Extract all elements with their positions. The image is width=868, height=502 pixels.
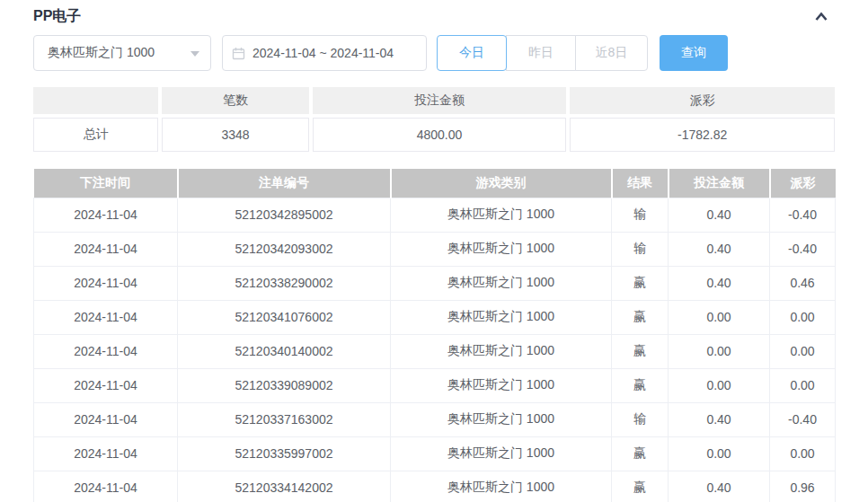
game-type-cell: 奥林匹斯之门 1000 [391, 436, 612, 471]
table-row: 2024-11-04 52120340140002 奥林匹斯之门 1000 赢 … [34, 334, 836, 368]
bet-id-cell: 52120341076002 [178, 300, 391, 334]
result-cell: 赢 [612, 334, 669, 368]
summary-total-row: 总计 3348 4800.00 -1782.82 [33, 118, 835, 152]
result-cell: 赢 [612, 436, 669, 471]
bet-time-cell: 2024-11-04 [34, 232, 178, 266]
detail-header-row: 下注时间 注单编号 游戏类别 结果 投注金额 派彩 [34, 169, 836, 198]
table-row: 2024-11-04 52120341076002 奥林匹斯之门 1000 赢 … [34, 300, 836, 334]
summary-total-label: 总计 [33, 118, 158, 152]
collapse-button[interactable] [812, 9, 830, 23]
game-type-cell: 奥林匹斯之门 1000 [391, 232, 612, 266]
bet-amount-cell: 0.40 [669, 232, 770, 266]
bet-id-cell: 52120334142002 [178, 471, 391, 502]
header-bet-id: 注单编号 [178, 169, 391, 198]
quick-filter-group: 今日 昨日 近8日 [437, 35, 648, 71]
table-row: 2024-11-04 52120334142002 奥林匹斯之门 1000 赢 … [34, 471, 836, 502]
result-cell: 赢 [612, 266, 669, 300]
calendar-icon [232, 47, 245, 60]
result-cell: 赢 [612, 471, 669, 502]
bet-amount-cell: 0.40 [669, 198, 770, 232]
summary-count-value: 3348 [162, 118, 308, 152]
today-button[interactable]: 今日 [437, 35, 507, 71]
caret-down-icon [190, 51, 199, 61]
game-type-cell: 奥林匹斯之门 1000 [391, 471, 612, 502]
result-cell: 赢 [612, 300, 669, 334]
bet-time-cell: 2024-11-04 [34, 368, 178, 402]
search-button[interactable]: 查询 [660, 35, 728, 71]
summary-bet-amount-value: 4800.00 [313, 118, 567, 152]
result-cell: 输 [612, 402, 669, 436]
game-type-cell: 奥林匹斯之门 1000 [391, 368, 612, 402]
bet-time-cell: 2024-11-04 [34, 300, 178, 334]
bet-amount-cell: 0.40 [669, 266, 770, 300]
payout-cell: -0.40 [770, 198, 836, 232]
result-cell: 输 [612, 198, 669, 232]
game-type-cell: 奥林匹斯之门 1000 [391, 198, 612, 232]
header-bet-time: 下注时间 [34, 169, 178, 198]
yesterday-button[interactable]: 昨日 [506, 35, 576, 71]
summary-payout-value: -1782.82 [570, 118, 835, 152]
bet-id-cell: 52120337163002 [178, 402, 391, 436]
bet-amount-cell: 0.00 [669, 300, 770, 334]
table-row: 2024-11-04 52120338290002 奥林匹斯之门 1000 赢 … [34, 266, 836, 300]
payout-cell: 0.00 [770, 300, 836, 334]
summary-header-row: 笔数 投注金额 派彩 [33, 87, 835, 114]
bet-id-cell: 52120342895002 [178, 198, 391, 232]
bet-id-cell: 52120339089002 [178, 368, 391, 402]
header-result: 结果 [612, 169, 669, 198]
bet-time-cell: 2024-11-04 [34, 471, 178, 502]
bet-amount-cell: 0.40 [669, 471, 770, 502]
header-game-type: 游戏类别 [391, 169, 612, 198]
bet-time-cell: 2024-11-04 [34, 266, 178, 300]
game-type-cell: 奥林匹斯之门 1000 [391, 266, 612, 300]
header-bet-amount: 投注金额 [669, 169, 770, 198]
bet-amount-cell: 0.00 [669, 368, 770, 402]
game-type-cell: 奥林匹斯之门 1000 [391, 402, 612, 436]
date-range-input[interactable]: 2024-11-04 ~ 2024-11-04 [222, 35, 427, 71]
payout-cell: 0.00 [770, 368, 836, 402]
game-select[interactable]: 奥林匹斯之门 1000 [33, 35, 211, 71]
last8days-button[interactable]: 近8日 [575, 35, 648, 71]
table-row: 2024-11-04 52120339089002 奥林匹斯之门 1000 赢 … [34, 368, 836, 402]
payout-cell: -0.40 [770, 402, 836, 436]
bet-time-cell: 2024-11-04 [34, 334, 178, 368]
payout-cell: 0.96 [770, 471, 836, 502]
bet-amount-cell: 0.40 [669, 402, 770, 436]
bet-id-cell: 52120338290002 [178, 266, 391, 300]
game-type-cell: 奥林匹斯之门 1000 [391, 334, 612, 368]
bet-time-cell: 2024-11-04 [34, 402, 178, 436]
summary-header-blank [33, 87, 158, 114]
game-type-cell: 奥林匹斯之门 1000 [391, 300, 612, 334]
table-row: 2024-11-04 52120335997002 奥林匹斯之门 1000 赢 … [34, 436, 836, 471]
summary-header-count: 笔数 [162, 87, 308, 114]
bet-id-cell: 52120335997002 [178, 436, 391, 471]
header-payout: 派彩 [770, 169, 836, 198]
table-row: 2024-11-04 52120342093002 奥林匹斯之门 1000 输 … [34, 232, 836, 266]
bet-id-cell: 52120340140002 [178, 334, 391, 368]
bet-time-cell: 2024-11-04 [34, 198, 178, 232]
summary-table: 笔数 投注金额 派彩 总计 3348 4800.00 -1782.82 [30, 84, 838, 155]
chevron-up-icon [812, 13, 830, 26]
bet-id-cell: 52120342093002 [178, 232, 391, 266]
filter-controls: 奥林匹斯之门 1000 2024-11-04 ~ 2024-11-04 今日 昨… [33, 35, 835, 71]
bet-time-cell: 2024-11-04 [34, 436, 178, 471]
summary-header-payout: 派彩 [570, 87, 835, 114]
bet-records-table: 下注时间 注单编号 游戏类别 结果 投注金额 派彩 2024-11-04 521… [33, 169, 836, 502]
game-select-value: 奥林匹斯之门 1000 [48, 45, 155, 61]
result-cell: 输 [612, 232, 669, 266]
summary-header-bet-amount: 投注金额 [313, 87, 567, 114]
panel-title: PP电子 [33, 7, 81, 26]
table-row: 2024-11-04 52120342895002 奥林匹斯之门 1000 输 … [34, 198, 836, 232]
table-row: 2024-11-04 52120337163002 奥林匹斯之门 1000 输 … [34, 402, 836, 436]
date-range-value: 2024-11-04 ~ 2024-11-04 [252, 46, 394, 60]
bet-amount-cell: 0.00 [669, 334, 770, 368]
pp-electronic-panel: PP电子 奥林匹斯之门 1000 2024-11-04 ~ [0, 0, 868, 502]
bet-amount-cell: 0.00 [669, 436, 770, 471]
payout-cell: 0.00 [770, 334, 836, 368]
result-cell: 赢 [612, 368, 669, 402]
payout-cell: -0.40 [770, 232, 836, 266]
panel-header: PP电子 [33, 0, 835, 25]
payout-cell: 0.00 [770, 436, 836, 471]
payout-cell: 0.46 [770, 266, 836, 300]
